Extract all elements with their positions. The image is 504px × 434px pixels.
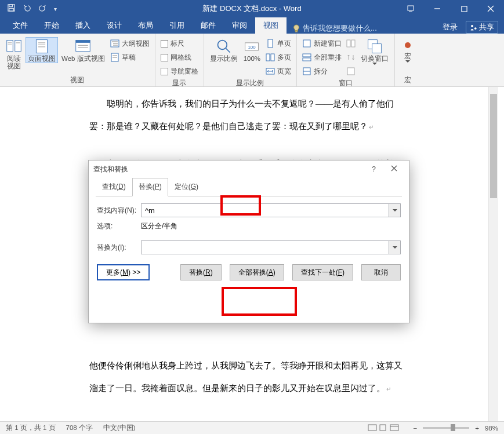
status-page[interactable]: 第 1 页，共 1 页 xyxy=(6,424,56,432)
titlebar: ▾ 新建 DOCX 文档.docx - Word xyxy=(0,0,504,17)
ribbon: 阅读 视图 页面视图 Web 版式视图 大纲视图 草稿 视图 xyxy=(0,34,504,87)
window-title: 新建 DOCX 文档.docx - Word xyxy=(202,3,301,14)
redo-icon[interactable] xyxy=(38,3,47,14)
zoom-100-button[interactable]: 100 100% xyxy=(241,37,263,63)
chevron-down-icon xyxy=(393,209,397,212)
tab-design[interactable]: 设计 xyxy=(99,17,130,34)
view-mode-icons[interactable] xyxy=(367,424,408,433)
svg-rect-47 xyxy=(368,425,376,431)
dialog-titlebar[interactable]: 查找和替换 ? xyxy=(89,161,409,178)
ruler-checkbox[interactable]: 标尺 xyxy=(161,37,198,50)
dialog-close-icon[interactable] xyxy=(384,163,404,176)
tab-find[interactable]: 查找(D) xyxy=(96,178,132,196)
navpane-checkbox[interactable]: 导航窗格 xyxy=(161,65,198,78)
zoom-level[interactable]: 98% xyxy=(485,425,498,432)
tab-replace[interactable]: 替换(P) xyxy=(132,178,168,196)
arrange-all-button[interactable]: 全部重排 xyxy=(302,51,342,64)
tab-review[interactable]: 审阅 xyxy=(224,17,255,34)
svg-rect-36 xyxy=(303,40,310,47)
ribbon-group-show: 标尺 网格线 导航窗格 显示 xyxy=(155,34,204,86)
svg-rect-1 xyxy=(9,5,13,7)
svg-rect-3 xyxy=(408,6,414,10)
svg-point-46 xyxy=(405,42,411,48)
dialog-title: 查找和替换 xyxy=(93,165,128,174)
read-mode-button[interactable]: 阅读 视图 xyxy=(3,37,24,70)
find-what-input[interactable] xyxy=(141,203,389,217)
minimize-icon[interactable] xyxy=(424,0,451,17)
paragraph: 聪明的，你告诉我，我们的日子为什么一去不复返呢？——是有人偷了他们罢：那是谁？又… xyxy=(89,93,405,138)
ribbon-group-macros: 宏 宏 xyxy=(395,34,420,86)
maximize-icon[interactable] xyxy=(451,0,477,17)
chevron-down-icon xyxy=(372,63,377,65)
draft-view-button[interactable]: 草稿 xyxy=(110,51,150,64)
svg-rect-38 xyxy=(303,58,311,61)
tab-goto[interactable]: 定位(G) xyxy=(168,178,205,196)
replace-with-input[interactable] xyxy=(141,240,389,254)
find-what-dropdown[interactable] xyxy=(389,203,401,217)
tab-layout[interactable]: 布局 xyxy=(130,17,161,34)
zoom-in-icon[interactable]: + xyxy=(475,425,479,432)
sync-scroll-button[interactable] xyxy=(346,51,356,64)
reset-window-button[interactable] xyxy=(346,65,356,78)
tab-home[interactable]: 开始 xyxy=(36,17,67,34)
gridlines-checkbox[interactable]: 网格线 xyxy=(161,51,198,64)
cancel-button[interactable]: 取消 xyxy=(361,264,401,280)
svg-rect-32 xyxy=(268,39,273,48)
multi-page-button[interactable]: 多页 xyxy=(266,51,291,64)
paragraph: 在逃去如飞的日子里，在千门万户的世界里的我能做些什么呢？只有徘徊罢了，只有匆匆罢… xyxy=(89,415,405,421)
svg-rect-43 xyxy=(347,68,354,75)
split-button[interactable]: 拆分 xyxy=(302,65,342,78)
close-icon[interactable] xyxy=(477,0,504,17)
find-what-label: 查找内容(N): xyxy=(97,206,141,216)
ribbon-group-zoom: 显示比例 100 100% 单页 多页 页宽 xyxy=(204,34,297,86)
replace-with-label: 替换为(I): xyxy=(97,243,141,253)
help-icon[interactable]: ? xyxy=(365,163,383,176)
svg-rect-41 xyxy=(347,40,350,47)
paragraph: 他便伶伶俐俐地从我身上跨过，从我脚边飞去了。等我睁开眼和太阳再见，这算又溜走了一… xyxy=(89,355,405,400)
svg-rect-8 xyxy=(7,41,13,52)
replace-all-button[interactable]: 全部替换(A) xyxy=(230,264,284,280)
tab-insert[interactable]: 插入 xyxy=(67,17,99,34)
one-page-button[interactable]: 单页 xyxy=(266,37,291,50)
options-label: 选项: xyxy=(97,221,141,231)
vertical-scrollbar[interactable] xyxy=(488,87,498,421)
svg-point-7 xyxy=(474,27,477,30)
zoom-out-icon[interactable]: − xyxy=(414,425,418,432)
share-button[interactable]: 共享 xyxy=(466,21,498,34)
tell-me-field[interactable]: 告诉我您想要做什么... xyxy=(287,23,383,34)
more-button[interactable]: 更多(M) >> xyxy=(97,264,150,280)
replace-with-dropdown[interactable] xyxy=(389,240,401,254)
status-language[interactable]: 中文(中国) xyxy=(103,424,136,432)
find-replace-dialog: 查找和替换 ? 查找(D) 替换(P) 定位(G) 查找内容(N): 选项: 区… xyxy=(88,160,409,323)
svg-rect-42 xyxy=(351,40,355,47)
zoom-button[interactable]: 显示比例 xyxy=(208,37,240,63)
find-next-button[interactable]: 查找下一处(F) xyxy=(292,264,353,280)
switch-windows-button[interactable]: 切换窗口 xyxy=(358,37,391,65)
svg-text:100: 100 xyxy=(248,45,256,50)
macros-button[interactable]: 宏 xyxy=(398,37,417,63)
replace-button[interactable]: 替换(R) xyxy=(180,264,222,280)
status-wordcount[interactable]: 708 个字 xyxy=(66,424,93,432)
web-layout-button[interactable]: Web 版式视图 xyxy=(59,37,107,63)
svg-point-28 xyxy=(217,41,227,50)
tab-references[interactable]: 引用 xyxy=(161,17,193,34)
ribbon-options-icon[interactable] xyxy=(397,0,424,17)
outline-view-button[interactable]: 大纲视图 xyxy=(110,37,150,50)
undo-icon[interactable] xyxy=(23,3,31,14)
qa-customize-dropdown-icon[interactable]: ▾ xyxy=(54,6,57,12)
svg-line-29 xyxy=(226,49,230,53)
view-side-by-side-button[interactable] xyxy=(346,37,356,50)
svg-rect-48 xyxy=(380,425,386,431)
save-icon[interactable] xyxy=(7,3,16,14)
login-link[interactable]: 登录 xyxy=(443,22,458,32)
new-window-button[interactable]: 新建窗口 xyxy=(302,37,342,50)
status-bar: 第 1 页，共 1 页 708 个字 中文(中国) − + 98% xyxy=(0,421,504,434)
tab-mailings[interactable]: 邮件 xyxy=(193,17,224,34)
page-width-button[interactable]: 页宽 xyxy=(266,65,291,78)
svg-rect-45 xyxy=(372,44,382,53)
tab-file[interactable]: 文件 xyxy=(5,17,36,34)
tab-view[interactable]: 视图 xyxy=(255,17,287,34)
print-layout-button[interactable]: 页面视图 xyxy=(26,37,58,63)
zoom-slider[interactable] xyxy=(423,427,469,429)
svg-rect-18 xyxy=(76,41,90,43)
